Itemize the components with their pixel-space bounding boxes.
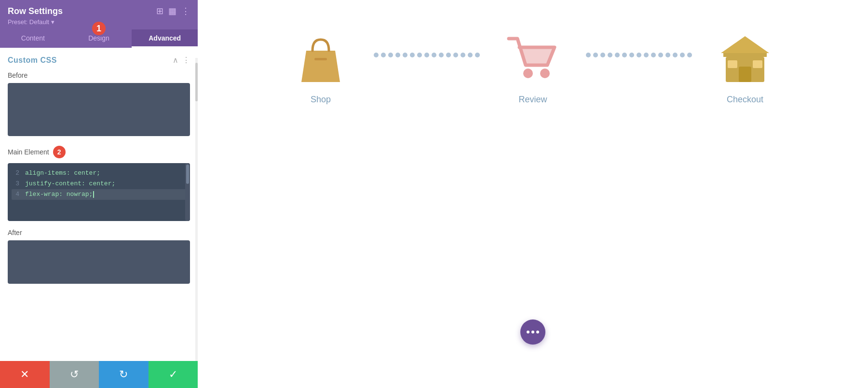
tab-advanced[interactable]: Advanced <box>132 29 198 48</box>
columns-icon[interactable]: ▦ <box>168 6 176 16</box>
main-element-row: Main Element 2 <box>8 146 190 158</box>
css-line-4: 4 flex-wrap: nowrap; <box>12 189 186 200</box>
preset-label[interactable]: Preset: Default <box>8 18 49 26</box>
dot <box>665 53 670 57</box>
dot <box>608 53 612 57</box>
fab-dot-1 <box>527 331 529 333</box>
svg-rect-6 <box>739 67 751 82</box>
scrollbar-thumb <box>186 165 189 184</box>
after-css-editor[interactable] <box>8 240 190 284</box>
dot <box>446 53 451 57</box>
more-icon[interactable]: ⋮ <box>181 6 190 16</box>
css-line-3: 3 justify-content: center; <box>12 179 186 189</box>
svg-point-3 <box>540 69 550 78</box>
shop-icon <box>292 29 350 87</box>
dot <box>417 53 422 57</box>
review-icon <box>504 29 562 87</box>
flow-item-checkout: Checkout <box>697 29 793 105</box>
shop-label: Shop <box>311 95 331 105</box>
review-label: Review <box>518 95 547 105</box>
cancel-icon: ✕ <box>20 368 29 381</box>
svg-point-2 <box>523 69 533 78</box>
options-icon[interactable]: ⋮ <box>182 55 190 65</box>
dot <box>475 53 480 57</box>
dot <box>453 53 458 57</box>
save-icon: ✓ <box>169 368 177 381</box>
flow-container: Shop <box>227 29 839 105</box>
right-area: Shop <box>198 0 868 388</box>
css-line-2: 2 align-items: center; <box>12 168 186 179</box>
badge-1: 1 <box>91 20 107 37</box>
fab-dot-3 <box>536 331 539 333</box>
before-label: Before <box>8 71 190 79</box>
dot <box>658 53 663 57</box>
dot <box>637 53 641 57</box>
checkout-icon <box>716 29 774 87</box>
panel-body: Custom CSS ∧ ⋮ Before Main Element 2 2 a… <box>0 48 198 361</box>
dot <box>615 53 620 57</box>
preset-arrow[interactable]: ▾ <box>51 18 54 26</box>
dot <box>439 53 444 57</box>
svg-rect-8 <box>753 60 762 68</box>
cancel-button[interactable]: ✕ <box>0 361 50 388</box>
panel-footer: ✕ ↺ ↻ ✓ <box>0 361 198 388</box>
editor-scrollbar[interactable] <box>185 163 190 221</box>
collapse-icon[interactable]: ∧ <box>173 55 178 65</box>
fab-dots <box>527 331 539 333</box>
dot <box>374 53 379 57</box>
redo-button[interactable]: ↻ <box>99 361 149 388</box>
flow-item-review: Review <box>485 29 581 105</box>
dot <box>687 53 692 57</box>
tab-content[interactable]: Content <box>0 29 66 48</box>
fab-button[interactable] <box>520 319 545 345</box>
svg-rect-7 <box>728 60 737 68</box>
panel-header: Row Settings ⊞ ▦ ⋮ Preset: Default ▾ 1 <box>0 0 198 29</box>
svg-marker-9 <box>721 36 769 53</box>
dot <box>593 53 598 57</box>
section-title: Custom CSS <box>8 56 57 65</box>
badge-2: 2 <box>53 146 66 158</box>
after-label: After <box>8 229 190 236</box>
panel-title-icons: ⊞ ▦ ⋮ <box>156 6 190 16</box>
dot <box>680 53 685 57</box>
dot <box>586 53 591 57</box>
dot <box>622 53 627 57</box>
undo-button[interactable]: ↺ <box>50 361 99 388</box>
dot <box>651 53 656 57</box>
custom-css-section-header: Custom CSS ∧ ⋮ <box>8 55 190 65</box>
dot <box>600 53 605 57</box>
flow-item-shop: Shop <box>272 29 369 105</box>
dot <box>673 53 678 57</box>
undo-icon: ↺ <box>70 368 79 381</box>
dot <box>424 53 429 57</box>
dot <box>644 53 649 57</box>
dot <box>395 53 400 57</box>
dot <box>388 53 393 57</box>
dot <box>432 53 436 57</box>
left-panel: Row Settings ⊞ ▦ ⋮ Preset: Default ▾ 1 C… <box>0 0 198 388</box>
expand-icon[interactable]: ⊞ <box>156 6 163 16</box>
main-element-label: Main Element <box>8 148 49 156</box>
dot <box>410 53 415 57</box>
redo-icon: ↻ <box>119 368 128 381</box>
save-button[interactable]: ✓ <box>149 361 198 388</box>
dot <box>403 53 407 57</box>
flow-dots-2 <box>581 53 697 57</box>
dot <box>461 53 465 57</box>
svg-rect-1 <box>314 58 327 60</box>
section-controls: ∧ ⋮ <box>173 55 190 65</box>
main-element-css-editor[interactable]: 2 align-items: center; 3 justify-content… <box>8 163 190 221</box>
dot <box>629 53 634 57</box>
svg-rect-0 <box>306 51 335 82</box>
checkout-label: Checkout <box>727 95 763 105</box>
flow-dots-1 <box>369 53 485 57</box>
before-css-editor[interactable] <box>8 83 190 136</box>
dot <box>381 53 386 57</box>
fab-dot-2 <box>531 331 534 333</box>
dot <box>468 53 473 57</box>
panel-title: Row Settings <box>8 6 63 16</box>
